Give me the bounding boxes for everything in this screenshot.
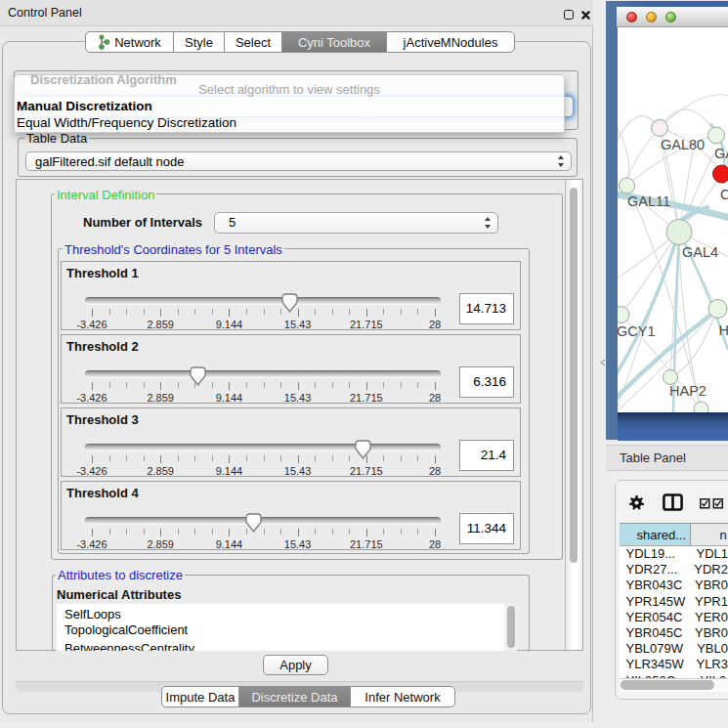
svg-text:GA: GA	[714, 146, 728, 161]
svg-text:GAL80: GAL80	[661, 137, 705, 152]
svg-text:HAP2: HAP2	[669, 383, 707, 399]
svg-text:C: C	[720, 187, 728, 202]
svg-text:GAL4: GAL4	[682, 244, 718, 260]
svg-text:H: H	[718, 322, 728, 338]
svg-text:GAL11: GAL11	[627, 193, 670, 209]
svg-text:GCY1: GCY1	[618, 323, 656, 339]
